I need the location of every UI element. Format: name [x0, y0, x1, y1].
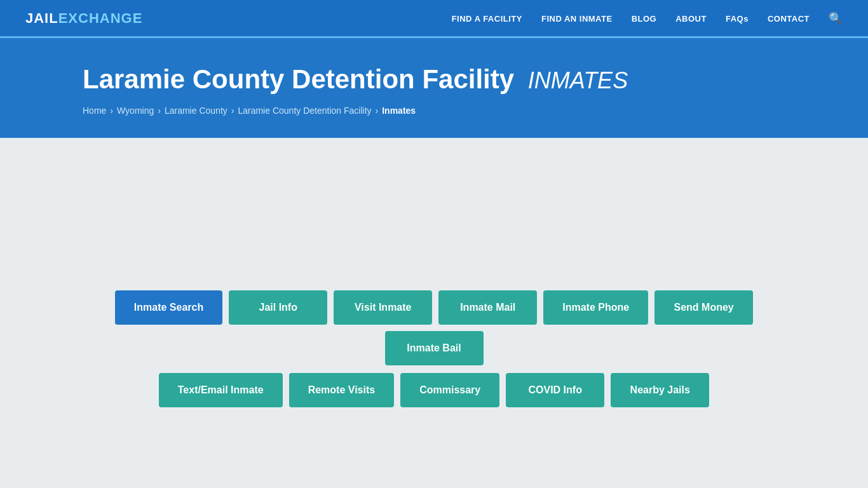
btn-remote-visits[interactable]: Remote Visits: [289, 373, 395, 407]
page-subtitle: INMATES: [528, 67, 628, 93]
btn-inmate-bail[interactable]: Inmate Bail: [385, 331, 484, 365]
btn-covid-info[interactable]: COVID Info: [506, 373, 604, 407]
btn-inmate-search[interactable]: Inmate Search: [115, 290, 222, 325]
breadcrumb: Home › Wyoming › Laramie County › Larami…: [83, 105, 785, 116]
nav-item-faqs[interactable]: FAQs: [726, 13, 749, 24]
search-icon[interactable]: 🔍: [829, 11, 843, 25]
btn-visit-inmate[interactable]: Visit Inmate: [334, 290, 432, 325]
nav-item-about[interactable]: ABOUT: [675, 13, 707, 24]
page-title: Laramie County Detention Facility INMATE…: [83, 64, 785, 95]
btn-inmate-phone[interactable]: Inmate Phone: [543, 290, 648, 325]
breadcrumb-state[interactable]: Wyoming: [117, 105, 154, 116]
logo-jail: JAIL: [25, 10, 58, 27]
hero-header: Laramie County Detention Facility INMATE…: [0, 38, 868, 138]
breadcrumb-home[interactable]: Home: [83, 105, 106, 116]
btn-text/email-inmate[interactable]: Text/Email Inmate: [159, 373, 283, 407]
breadcrumb-sep-2: ›: [158, 105, 161, 116]
logo-exchange: EXCHANGE: [58, 10, 143, 27]
logo[interactable]: JAIL EXCHANGE: [25, 10, 142, 27]
nav-link-contact[interactable]: CONTACT: [768, 14, 810, 24]
btn-commissary[interactable]: Commissary: [400, 373, 499, 407]
facility-name: Laramie County Detention Facility: [83, 64, 514, 94]
nav-link-find-inmate[interactable]: FIND AN INMATE: [541, 14, 613, 24]
navbar: JAIL EXCHANGE FIND A FACILITY FIND AN IN…: [0, 0, 868, 38]
breadcrumb-county[interactable]: Laramie County: [165, 105, 227, 116]
breadcrumb-current: Inmates: [382, 105, 416, 116]
nav-link-blog[interactable]: BLOG: [632, 14, 657, 24]
nav-item-contact[interactable]: CONTACT: [768, 13, 810, 24]
nav-link-faqs[interactable]: FAQs: [726, 14, 749, 24]
nav-link-find-facility[interactable]: FIND A FACILITY: [452, 14, 522, 24]
breadcrumb-sep-1: ›: [110, 105, 113, 116]
btn-send-money[interactable]: Send Money: [654, 290, 753, 325]
breadcrumb-facility[interactable]: Laramie County Detention Facility: [238, 105, 371, 116]
nav-link-about[interactable]: ABOUT: [675, 14, 707, 24]
nav-item-blog[interactable]: BLOG: [632, 13, 657, 24]
breadcrumb-sep-4: ›: [376, 105, 379, 116]
nav-item-find-inmate[interactable]: FIND AN INMATE: [541, 13, 613, 24]
content-area: Inmate SearchJail InfoVisit InmateInmate…: [0, 138, 868, 445]
buttons-row-1: Inmate SearchJail InfoVisit InmateInmate…: [83, 290, 785, 365]
buttons-row-2: Text/Email InmateRemote VisitsCommissary…: [159, 373, 709, 407]
nav-links: FIND A FACILITY FIND AN INMATE BLOG ABOU…: [452, 11, 843, 25]
btn-jail-info[interactable]: Jail Info: [229, 290, 327, 325]
breadcrumb-sep-3: ›: [231, 105, 234, 116]
btn-inmate-mail[interactable]: Inmate Mail: [438, 290, 537, 325]
buttons-section: Inmate SearchJail InfoVisit InmateInmate…: [83, 290, 785, 407]
btn-nearby-jails[interactable]: Nearby Jails: [611, 373, 709, 407]
nav-item-find-facility[interactable]: FIND A FACILITY: [452, 13, 522, 24]
